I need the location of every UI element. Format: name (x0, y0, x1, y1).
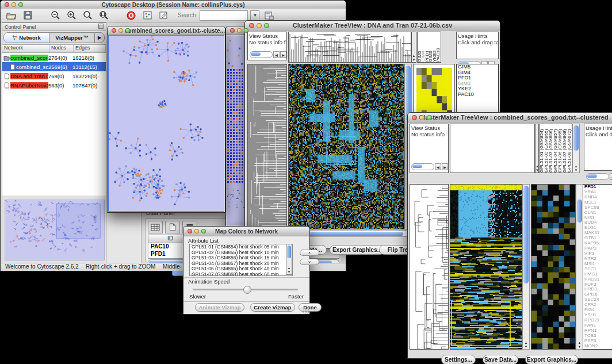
scroll-thumb[interactable] (577, 200, 582, 223)
network-table-row[interactable]: RNAPuberNov2+ 563(0) 107847(0) (2, 81, 106, 90)
scroll-track[interactable] (250, 51, 273, 58)
network-view-titlebar[interactable]: combined_scores_good.txt--cluste... (108, 26, 225, 35)
column-header-nodes[interactable]: Nodes (49, 45, 74, 52)
scroll-right-icon[interactable]: ▶ (442, 163, 448, 170)
network-table-row[interactable]: DNA and Tran 07 769(0) 183728(0) (2, 71, 106, 81)
scroll-thumb[interactable] (251, 52, 261, 56)
minimize-icon[interactable] (118, 28, 123, 33)
main-titlebar[interactable]: Cytoscape Desktop (Session Name: collins… (1, 1, 346, 9)
network-overlay-button[interactable] (141, 10, 154, 21)
column-dendrogram-canvas[interactable] (289, 32, 411, 62)
minimize-icon[interactable] (12, 2, 16, 7)
network-overview-thumbnail[interactable] (5, 200, 105, 260)
scroll-thumb[interactable] (412, 164, 422, 168)
tv1-dendrogram-scroll-strip[interactable]: ▲▼ (411, 32, 416, 63)
zoom-icon[interactable] (244, 28, 248, 33)
scroll-thumb[interactable] (523, 186, 529, 283)
close-icon[interactable] (188, 229, 192, 233)
treeview2-titlebar[interactable]: ClusterMaker TreeView : combined_scores_… (408, 113, 612, 122)
scroll-track[interactable] (411, 163, 434, 170)
scroll-arrows[interactable]: ▲▼ (412, 54, 416, 62)
zoom-heatmap-canvas[interactable] (531, 185, 575, 349)
treeview1-titlebar[interactable]: ClusterMaker TreeView : DNA and Tran 07-… (245, 21, 500, 30)
scroll-arrows[interactable]: ▲▼ (576, 341, 583, 349)
tab-network[interactable]: Network (4, 33, 49, 43)
column-header-edges[interactable]: Edges (74, 45, 106, 52)
zoom-icon[interactable] (125, 28, 130, 33)
close-icon[interactable] (112, 28, 116, 33)
network-canvas-area[interactable] (109, 36, 224, 211)
main-heatmap-canvas[interactable] (289, 64, 404, 229)
network-table-row[interactable]: combined_sco 2569(6) 13112(15) (2, 62, 106, 71)
column-header-network[interactable]: Network (2, 45, 49, 52)
tv2-heatmap-vscrollbar[interactable]: ▲▼ (522, 184, 530, 350)
scroll-left-icon[interactable]: ◀ (610, 173, 612, 180)
usage-mini-scrollbar[interactable]: ◀ (586, 173, 612, 180)
network-table-row[interactable]: combined_scores 2764(0) 16218(0) (2, 53, 106, 62)
zoom-icon[interactable] (427, 115, 432, 120)
network-graph-canvas[interactable] (109, 36, 223, 211)
tabs-overflow-button[interactable]: ▶ (94, 33, 104, 43)
help-lifering-icon[interactable] (125, 10, 137, 21)
attribute-list-scrollbar[interactable]: ▲▼ (286, 244, 292, 275)
status-mini-scrollbar[interactable]: ◀ ▶ (411, 163, 448, 170)
attribute-list-item[interactable]: GPL51-07 (GSM868) heat shock 60 min (190, 272, 292, 277)
animate-vizmap-button[interactable]: Animate Vizmap (195, 303, 244, 312)
zoom-icon[interactable] (18, 2, 23, 7)
minimize-icon[interactable] (257, 23, 262, 28)
row-dendrogram-canvas[interactable] (248, 64, 286, 229)
move-down-button[interactable]: ∨ (300, 259, 319, 265)
minimize-icon[interactable] (419, 115, 424, 120)
search-dropdown-icon[interactable]: ▼ (250, 10, 259, 21)
annotation-button[interactable] (157, 10, 170, 21)
tv2-settings-button[interactable]: Settings... (441, 355, 476, 364)
close-icon[interactable] (412, 115, 417, 120)
scroll-arrows[interactable]: ▲▼ (536, 164, 538, 173)
open-file-button[interactable] (5, 10, 18, 21)
status-mini-scrollbar[interactable]: ◀ ▶ (250, 51, 286, 58)
scroll-thumb[interactable] (573, 125, 579, 151)
scroll-track[interactable] (586, 173, 609, 180)
done-button[interactable]: Done (299, 303, 322, 312)
zoom-icon[interactable] (264, 23, 269, 28)
slider-thumb[interactable] (243, 286, 251, 294)
create-vizmap-button[interactable]: Create Vizmap (250, 303, 295, 312)
scroll-left-icon[interactable]: ◀ (435, 163, 441, 170)
minimize-icon[interactable] (237, 28, 242, 33)
tab-vizmapper[interactable]: VizMapper™ (49, 33, 94, 43)
tv2-save-data-button[interactable]: Save Data... (483, 355, 518, 364)
new-attribute-button[interactable] (165, 221, 180, 233)
scroll-right-icon[interactable]: ▶ (280, 51, 286, 58)
dialog-titlebar[interactable]: Map Colors to Network (183, 227, 309, 236)
minimize-icon[interactable] (194, 229, 199, 233)
layout-button[interactable] (263, 10, 276, 21)
row-dendrogram-canvas[interactable] (410, 185, 448, 349)
scroll-left-icon[interactable]: ◀ (273, 51, 280, 58)
close-icon[interactable] (5, 2, 9, 7)
zoom-selected-button[interactable] (97, 10, 110, 21)
zoom-in-button[interactable] (65, 10, 78, 21)
save-button[interactable] (21, 10, 34, 21)
close-icon[interactable] (230, 28, 235, 33)
scroll-arrows[interactable]: ▲▼ (523, 341, 529, 349)
tv2-collabel-vscrollbar[interactable]: ▲▼ (572, 124, 580, 173)
zoom-heatmap-canvas[interactable] (416, 68, 452, 117)
animation-speed-slider[interactable] (193, 289, 298, 290)
tv2-export-graphics-button[interactable]: Export Graphics... (525, 355, 578, 364)
search-input[interactable] (200, 10, 248, 21)
tv1-export-graphics-button[interactable]: Export Graphics... (330, 245, 385, 255)
zoom-fit-button[interactable] (81, 10, 94, 21)
main-heatmap-canvas[interactable] (450, 185, 522, 349)
scroll-thumb[interactable] (587, 174, 597, 178)
close-icon[interactable] (249, 23, 254, 28)
float-panel-icon[interactable] (98, 24, 104, 30)
zoom-out-button[interactable] (49, 10, 62, 21)
tv2-dendrogram-scroll-strip[interactable]: ▲▼ (535, 124, 539, 173)
scroll-thumb[interactable] (287, 246, 291, 258)
scroll-arrows[interactable]: ▲▼ (286, 266, 292, 274)
select-attributes-button[interactable] (148, 221, 163, 233)
resize-grip[interactable] (303, 308, 309, 313)
scroll-arrows[interactable]: ▲▼ (573, 164, 579, 173)
tv2-column-dendrogram-panel[interactable] (450, 124, 535, 173)
zoom-icon[interactable] (201, 229, 206, 233)
